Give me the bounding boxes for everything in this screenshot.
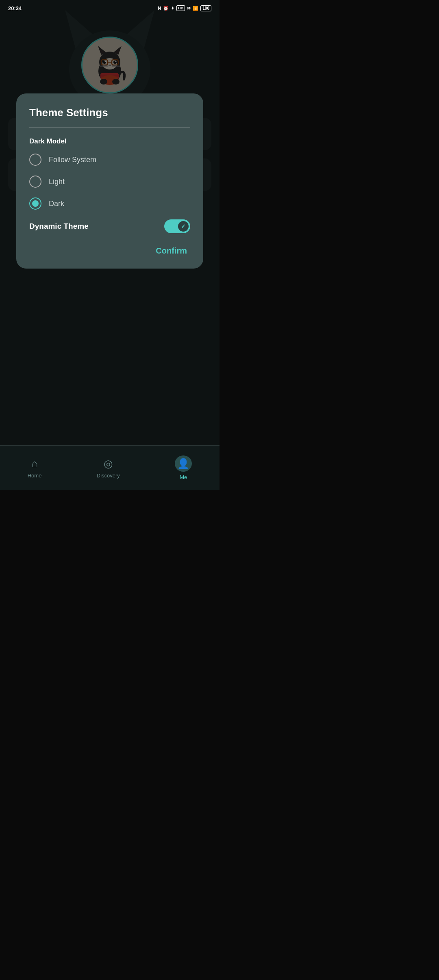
me-icon-bg: 👤 xyxy=(175,455,192,472)
radio-circle-light[interactable] xyxy=(29,176,41,188)
nav-label-home: Home xyxy=(28,473,42,479)
wifi-icon: ≋ xyxy=(187,6,191,11)
me-icon: 👤 xyxy=(177,458,189,469)
toggle-check-icon: ✓ xyxy=(181,223,186,230)
radio-option-light[interactable]: Light xyxy=(29,176,190,188)
nav-label-discovery: Discovery xyxy=(97,473,120,479)
radio-inner-dark xyxy=(32,200,39,207)
nav-item-me[interactable]: 👤 Me xyxy=(167,452,200,483)
dynamic-theme-label: Dynamic Theme xyxy=(29,222,89,231)
signal-icon: 📶 xyxy=(193,6,198,11)
hd-icon: HD xyxy=(176,5,185,11)
dynamic-theme-toggle[interactable]: ✓ xyxy=(164,219,190,233)
radio-option-follow[interactable]: Follow System xyxy=(29,154,190,166)
dialog-divider xyxy=(29,127,190,128)
alarm-icon: ⏰ xyxy=(163,6,169,11)
radio-circle-follow[interactable] xyxy=(29,154,41,166)
time-display: 20:34 xyxy=(8,5,22,11)
status-bar: 20:34 N ⏰ ✦ HD ≋ 📶 100 xyxy=(0,0,220,16)
nav-item-home[interactable]: ⌂ Home xyxy=(20,454,50,482)
home-icon: ⌂ xyxy=(31,457,38,470)
confirm-row: Confirm xyxy=(29,245,190,257)
dark-model-label: Dark Model xyxy=(29,137,190,145)
confirm-button[interactable]: Confirm xyxy=(152,245,190,257)
nav-label-me: Me xyxy=(180,474,187,480)
radio-option-dark[interactable]: Dark xyxy=(29,197,190,210)
dynamic-theme-row: Dynamic Theme ✓ xyxy=(29,219,190,233)
theme-settings-dialog: Theme Settings Dark Model Follow System … xyxy=(16,93,203,269)
nfc-icon: N xyxy=(158,6,161,11)
bluetooth-icon: ✦ xyxy=(171,6,174,11)
radio-circle-dark[interactable] xyxy=(29,197,41,210)
bottom-navigation: ⌂ Home ◎ Discovery 👤 Me xyxy=(0,445,220,490)
status-icons: N ⏰ ✦ HD ≋ 📶 100 xyxy=(158,5,211,11)
radio-label-follow: Follow System xyxy=(49,156,96,164)
discovery-icon: ◎ xyxy=(104,457,113,470)
nav-item-discovery[interactable]: ◎ Discovery xyxy=(89,454,128,482)
radio-label-dark: Dark xyxy=(49,199,64,208)
radio-label-light: Light xyxy=(49,178,65,186)
toggle-knob: ✓ xyxy=(178,221,189,232)
dialog-title: Theme Settings xyxy=(29,106,190,119)
battery-indicator: 100 xyxy=(200,5,211,11)
